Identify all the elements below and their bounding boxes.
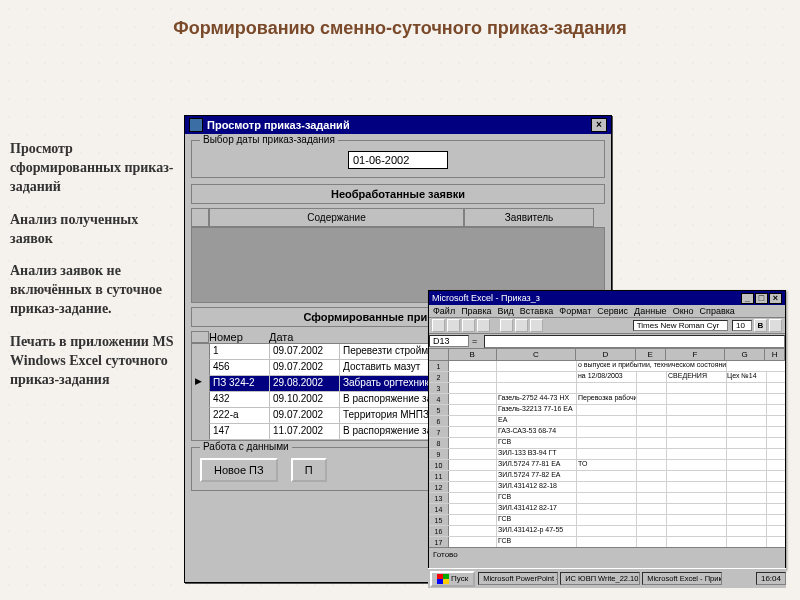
italic-icon[interactable] [769,319,782,332]
excel-window: Microsoft Excel - Приказ_з _ □ × ФайлПра… [428,290,786,570]
side-notes: Просмотр сформированных приказ-заданий А… [10,140,180,404]
excel-data-row[interactable]: 6ЕА [429,416,785,427]
row-selector-head [191,208,209,227]
excel-header-row-3: 3 [429,383,785,394]
excel-data-row[interactable]: 9ЗИЛ-133 ВЗ-94 ГТ [429,449,785,460]
formula-input[interactable] [484,335,785,348]
row-selector-head2 [191,331,209,343]
date-groupbox: Выбор даты приказ-задания [191,140,605,178]
close-button[interactable]: × [591,118,607,132]
excel-data-row[interactable]: 7ГАЗ-САЗ-53 68-74 [429,427,785,438]
menu-item[interactable]: Формат [559,306,591,316]
menu-item[interactable]: Вставка [520,306,553,316]
new-icon[interactable] [432,319,445,332]
excel-status-bar: Готово [429,547,785,561]
excel-menu[interactable]: ФайлПравкаВидВставкаФорматСервисДанныеОк… [429,305,785,318]
titlebar[interactable]: Просмотр приказ-заданий × [185,116,611,134]
app-icon [189,118,203,132]
menu-item[interactable]: Файл [433,306,455,316]
col-content[interactable]: Содержание [209,208,464,227]
note-3: Анализ заявок не включённых в суточное п… [10,262,180,319]
col-date[interactable]: Дата [269,331,339,343]
paste-icon[interactable] [530,319,543,332]
system-tray-clock[interactable]: 16:04 [756,572,786,585]
print-icon[interactable] [477,319,490,332]
new-pz-button[interactable]: Новое ПЗ [200,458,278,482]
menu-item[interactable]: Справка [700,306,735,316]
excel-grid[interactable]: BCDEFGH 1 о выпуске и прибытии, техничес… [429,349,785,547]
excel-max-button[interactable]: □ [755,293,768,304]
open-icon[interactable] [447,319,460,332]
excel-data-row[interactable]: 15ГСВ [429,515,785,526]
date-input[interactable] [348,151,448,169]
excel-close-button[interactable]: × [769,293,782,304]
excel-data-row[interactable]: 13ГСВ [429,493,785,504]
excel-data-row[interactable]: 10ЗИЛ.5724 77-81 ЕАТО [429,460,785,471]
excel-titlebar[interactable]: Microsoft Excel - Приказ_з _ □ × [429,291,785,305]
name-box[interactable]: D13 [429,335,469,347]
taskbar[interactable]: Пуск Microsoft PowerPoint - [A... ИС ЮВП… [428,568,786,588]
start-button[interactable]: Пуск [430,571,475,587]
excel-data-row[interactable]: 8ГСВ [429,438,785,449]
p-button[interactable]: П [291,458,327,482]
bold-icon[interactable]: B [754,319,767,332]
taskbar-task-1[interactable]: Microsoft PowerPoint - [A... [478,572,558,585]
excel-data-row[interactable]: 16ЗИЛ.431412-р 47-55 [429,526,785,537]
windows-icon [437,574,449,584]
excel-status-text: Готово [433,550,458,559]
taskbar-task-2[interactable]: ИС ЮВП Write_22.10.20... [560,572,640,585]
excel-data-row[interactable]: 11ЗИЛ.5724 77-82 ЕА [429,471,785,482]
excel-min-button[interactable]: _ [741,293,754,304]
taskbar-task-3[interactable]: Microsoft Excel - Прика... [642,572,722,585]
menu-item[interactable]: Окно [673,306,694,316]
window-title: Просмотр приказ-заданий [207,119,350,131]
col-applicant[interactable]: Заявитель [464,208,594,227]
cut-icon[interactable] [500,319,513,332]
unprocessed-grid-header: Содержание Заявитель [191,208,605,227]
font-size-selector[interactable]: 10 [732,320,752,331]
excel-data-row[interactable]: 4Газель-2752 44-73 НХПеревозка рабочих [429,394,785,405]
copy-icon[interactable] [515,319,528,332]
unprocessed-header: Необработанные заявки [191,184,605,204]
excel-col-headers[interactable]: BCDEFGH [429,349,785,361]
excel-data-row[interactable]: 14ЗИЛ.431412 82-17 [429,504,785,515]
col-number[interactable]: Номер [209,331,269,343]
excel-toolbar-1[interactable]: Times New Roman Cyr 10 B [429,318,785,334]
note-2: Анализ полученных заявок [10,211,180,249]
excel-header-row-2: 2 на 12/08/2003 СВЕДЕНИЯ Цех №14 [429,372,785,383]
menu-item[interactable]: Правка [461,306,491,316]
excel-data-row[interactable]: 12ЗИЛ.431412 82-18 [429,482,785,493]
save-icon[interactable] [462,319,475,332]
excel-data-row[interactable]: 17ГСВ [429,537,785,547]
excel-data-row[interactable]: 5Газель-32213 77-16 ЕА [429,405,785,416]
date-group-label: Выбор даты приказ-задания [200,134,338,145]
excel-title: Microsoft Excel - Приказ_з [432,293,540,303]
menu-item[interactable]: Данные [634,306,667,316]
excel-formula-bar[interactable]: D13 = [429,334,785,349]
excel-header-row-1: 1 о выпуске и прибытии, техническом сост… [429,361,785,372]
note-1: Просмотр сформированных приказ-заданий [10,140,180,197]
menu-item[interactable]: Вид [498,306,514,316]
start-label: Пуск [451,574,468,583]
font-selector[interactable]: Times New Roman Cyr [633,320,728,331]
note-4: Печать в приложении MS Windows Excel сут… [10,333,180,390]
work-group-label: Работа с данными [200,441,292,452]
menu-item[interactable]: Сервис [597,306,628,316]
page-title: Формированию сменно-суточного приказ-зад… [0,0,800,49]
